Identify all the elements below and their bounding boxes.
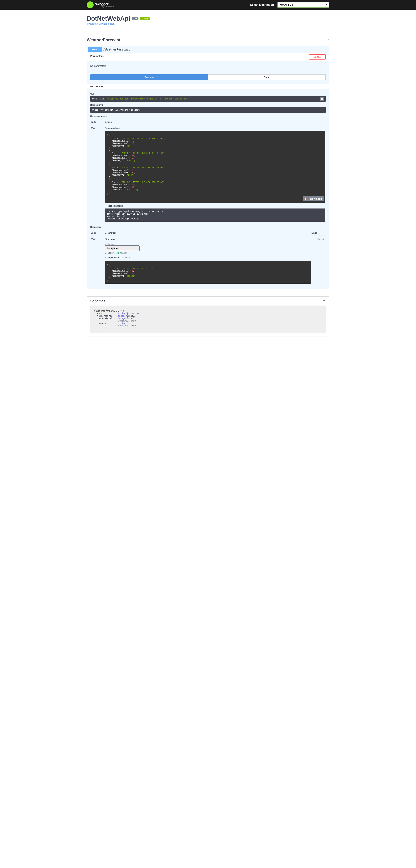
code-column-header: Code xyxy=(91,119,105,125)
links-column-header: Links xyxy=(311,230,325,236)
spec-link[interactable]: /swagger/v1/swagger.json xyxy=(87,22,114,25)
parameters-tab[interactable]: Parameters xyxy=(90,55,103,59)
response-code: 200 xyxy=(91,125,105,223)
response-body: [ { "date": "2020-11-12T00:20:33.301906-… xyxy=(105,131,325,203)
curl-command: curl -X GET "https://localhost:5001/Weat… xyxy=(90,96,326,102)
media-type-label: Media type xyxy=(105,243,311,245)
description-column-header: Description xyxy=(105,230,311,236)
documented-responses-label: Responses xyxy=(90,226,326,228)
operation-summary[interactable]: GET /WeatherForecast xyxy=(87,46,329,53)
version-badge: 1.0 xyxy=(132,17,138,20)
cancel-button[interactable]: Cancel xyxy=(309,54,326,60)
schema-property: temperatureCinteger($int32) xyxy=(94,315,322,317)
response-description: Success xyxy=(105,238,311,241)
copy-icon[interactable]: 📋 xyxy=(303,196,308,201)
accept-header-note: Controls Accept header. xyxy=(105,252,311,254)
chevron-down-icon xyxy=(322,299,326,303)
swagger-logo: {···} swagger supported by SMARTBEAR xyxy=(87,1,114,8)
schema-property: summarystring xyxy=(94,322,322,324)
operation-path: /WeatherForecast xyxy=(103,48,130,51)
tag-name: WeatherForecast xyxy=(87,37,120,42)
details-column-header: Details xyxy=(105,119,325,125)
code-column-header: Code xyxy=(91,230,105,236)
tag-header[interactable]: WeatherForecast xyxy=(87,36,329,44)
response-headers: content-type: application/json; charset=… xyxy=(105,209,325,222)
schema-tab[interactable]: Schema xyxy=(122,256,130,259)
definition-select[interactable]: My API V1 xyxy=(277,2,329,8)
chevron-down-icon[interactable] xyxy=(120,309,122,312)
request-url-label: Request URL xyxy=(90,104,326,106)
model-name[interactable]: WeatherForecast xyxy=(94,309,119,312)
schema-property: temperatureFinteger($int32) xyxy=(94,317,322,319)
no-parameters: No parameters xyxy=(87,61,329,71)
clear-button[interactable]: Clear xyxy=(208,74,326,80)
execute-button[interactable]: Execute xyxy=(90,74,208,80)
copy-icon[interactable]: 📋 xyxy=(320,97,324,101)
media-type-select[interactable]: text/plain xyxy=(105,245,140,251)
operation-block: GET /WeatherForecast Parameters Cancel N… xyxy=(87,46,329,289)
schema-model: WeatherForecast { datestring($date-time)… xyxy=(90,306,326,333)
responses-header: Responses xyxy=(87,84,329,89)
response-headers-label: Response headers xyxy=(105,205,325,207)
schemas-section: Schemas WeatherForecast { datestring($da… xyxy=(87,296,329,336)
curl-label: Curl xyxy=(90,93,326,95)
documented-response-row: 200 Success Media type text/plain Contro… xyxy=(91,236,325,285)
response-row: 200 Response body [ { "date": "2020-11-1… xyxy=(91,125,325,223)
request-url: https://localhost:5001/WeatherForecast xyxy=(90,107,326,113)
brace-close: } xyxy=(94,327,322,329)
topbar: {···} swagger supported by SMARTBEAR Sel… xyxy=(0,0,416,10)
logo-subtext: supported by SMARTBEAR xyxy=(95,6,114,8)
brace-open: { xyxy=(123,310,124,312)
logo-text: swagger xyxy=(95,2,114,6)
response-body-label: Response body xyxy=(105,127,325,129)
api-title: DotNetWebApi xyxy=(87,15,130,22)
method-badge-get: GET xyxy=(88,47,102,52)
example-value: [ { "date": "2020-11-10T05:20:33.378Z", … xyxy=(105,261,311,284)
no-links: No links xyxy=(317,238,325,241)
response-code: 200 xyxy=(91,236,105,285)
swagger-icon: {···} xyxy=(87,1,94,8)
api-info: DotNetWebApi 1.0 OAS3 /swagger/v1/swagge… xyxy=(87,10,329,29)
chevron-down-icon xyxy=(326,38,329,42)
schemas-header[interactable]: Schemas xyxy=(87,297,329,306)
download-button[interactable]: Download xyxy=(308,196,324,201)
parameters-header: Parameters Cancel xyxy=(87,53,329,61)
definition-label: Select a definition xyxy=(250,3,274,6)
example-value-tab[interactable]: Example Value xyxy=(105,256,119,259)
server-response-label: Server response xyxy=(90,115,326,117)
schema-property: datestring($date-time) xyxy=(94,312,322,315)
oas-badge: OAS3 xyxy=(140,17,150,20)
